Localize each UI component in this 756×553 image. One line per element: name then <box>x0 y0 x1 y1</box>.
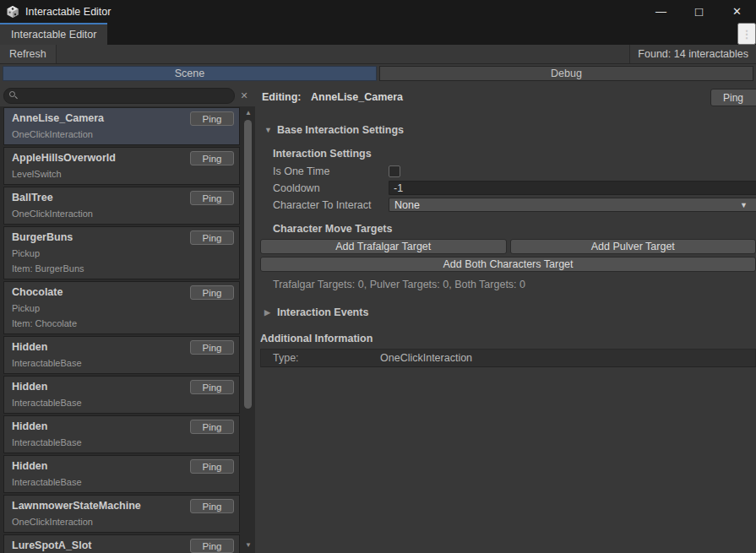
scrollbar-thumb[interactable] <box>244 120 252 409</box>
ping-button[interactable]: Ping <box>190 420 234 434</box>
type-label: Type: <box>261 352 380 364</box>
list-item[interactable]: Ping LawnmowerStateMachine OneClickInter… <box>3 495 240 533</box>
list-item[interactable]: Ping Hidden InteractableBase <box>3 376 240 414</box>
targets-summary: Trafalgar Targets: 0, Pulver Targets: 0,… <box>273 279 756 290</box>
item-subtitle: LevelSwitch <box>12 166 231 182</box>
list-item[interactable]: Ping AnneLise_Camera OneClickInteraction <box>3 107 240 145</box>
clear-search-icon[interactable]: ✕ <box>237 90 252 101</box>
base-interaction-settings-foldout[interactable]: ▼ Base Interaction Settings <box>264 124 756 136</box>
window-title: Interactable Editor <box>25 6 111 18</box>
title-bar: Interactable Editor — □ ✕ <box>0 0 756 23</box>
ping-button[interactable]: Ping <box>190 191 234 205</box>
cooldown-input[interactable] <box>389 181 756 195</box>
tab-interactable-editor[interactable]: Interactable Editor <box>0 23 107 45</box>
close-button[interactable]: ✕ <box>718 0 756 23</box>
type-info-row: Type: OneClickInteraction <box>260 349 756 367</box>
character-to-interact-row: Character To Interact None ▼ <box>273 197 756 213</box>
list-item[interactable]: Ping Hidden InteractableBase <box>3 336 240 374</box>
add-trafalgar-target-button[interactable]: Add Trafalgar Target <box>260 239 507 254</box>
search-field-wrap <box>3 88 235 104</box>
ping-button[interactable]: Ping <box>190 340 234 355</box>
main-content: ✕ Ping AnneLise_Camera OneClickInteracti… <box>0 83 756 553</box>
tab-scene[interactable]: Scene <box>3 66 377 81</box>
editing-target-name: AnneLise_Camera <box>311 91 403 103</box>
tab-scene-label: Scene <box>175 68 204 79</box>
editing-label: Editing: <box>262 91 302 103</box>
ping-button[interactable]: Ping <box>190 111 234 126</box>
add-both-button-row: Add Both Characters Target <box>260 257 756 272</box>
character-to-interact-label: Character To Interact <box>273 199 389 211</box>
list-item[interactable]: Ping BurgerBuns PickupItem: BurgerBuns <box>3 226 240 279</box>
item-subtitle: Pickup <box>12 301 231 316</box>
additional-information-header: Additional Information <box>260 333 756 344</box>
ping-button[interactable]: Ping <box>190 459 234 474</box>
item-subtitle: InteractableBase <box>12 435 231 450</box>
scene-list-panel: ✕ Ping AnneLise_Camera OneClickInteracti… <box>0 83 255 553</box>
interactable-list-area: Ping AnneLise_Camera OneClickInteraction… <box>0 106 255 553</box>
ping-button[interactable]: Ping <box>190 151 234 165</box>
list-item[interactable]: Ping LureSpotA_Slot <box>3 534 240 553</box>
list-item[interactable]: Ping BallTree OneClickInteraction <box>3 187 240 225</box>
editing-header: Editing: AnneLise_Camera Ping <box>255 89 756 107</box>
list-item[interactable]: Ping AppleHillsOverworld LevelSwitch <box>3 147 240 185</box>
ping-button[interactable]: Ping <box>190 230 234 245</box>
foldout-open-icon: ▼ <box>264 126 272 134</box>
item-subtitle: OneClickInteraction <box>12 127 231 142</box>
chevron-down-icon: ▼ <box>740 201 751 209</box>
interactable-editor-window: Interactable Editor — □ ✕ Interactable E… <box>0 0 756 553</box>
list-item[interactable]: Ping Chocolate PickupItem: Chocolate <box>3 281 240 334</box>
ping-button[interactable]: Ping <box>190 499 234 513</box>
interaction-settings-header: Interaction Settings <box>273 148 756 160</box>
view-tabs: Scene Debug <box>0 64 756 83</box>
search-input[interactable] <box>3 88 235 104</box>
list-scrollbar[interactable]: ▲ ▼ <box>242 106 254 553</box>
is-one-time-row: Is One Time <box>273 163 756 179</box>
list-item[interactable]: Ping Hidden InteractableBase <box>3 455 240 493</box>
interaction-events-foldout[interactable]: ▶ Interaction Events <box>264 306 756 318</box>
search-row: ✕ <box>3 88 252 104</box>
item-subtitle: InteractableBase <box>12 474 231 490</box>
type-value: OneClickInteraction <box>380 352 472 364</box>
refresh-button[interactable]: Refresh <box>0 45 57 63</box>
editing-ping-button[interactable]: Ping <box>710 89 756 106</box>
list-item[interactable]: Ping Hidden InteractableBase <box>3 415 240 453</box>
character-to-interact-dropdown[interactable]: None ▼ <box>389 198 756 212</box>
search-icon <box>9 91 15 97</box>
scroll-up-icon[interactable]: ▲ <box>242 109 254 117</box>
tab-label: Interactable Editor <box>11 29 96 41</box>
tab-bar-spacer <box>107 23 737 45</box>
kebab-menu-icon[interactable]: ⋮ <box>737 23 756 45</box>
item-subtitle: OneClickInteraction <box>12 514 231 529</box>
tab-debug[interactable]: Debug <box>379 66 753 81</box>
cooldown-label: Cooldown <box>273 182 389 194</box>
item-subtitle: InteractableBase <box>12 395 231 410</box>
scroll-down-icon[interactable]: ▼ <box>242 541 254 549</box>
ping-button[interactable]: Ping <box>190 380 234 394</box>
item-subtitle: InteractableBase <box>12 355 231 371</box>
maximize-button[interactable]: □ <box>680 0 718 23</box>
item-subtitle: Item: BurgerBuns <box>12 261 231 276</box>
editor-tab-bar: Interactable Editor ⋮ <box>0 23 756 45</box>
dropdown-selected-value: None <box>394 199 420 211</box>
minimize-button[interactable]: — <box>642 0 680 23</box>
tab-debug-label: Debug <box>551 68 582 79</box>
character-move-targets-header: Character Move Targets <box>273 223 756 235</box>
add-target-buttons-row: Add Trafalgar Target Add Pulver Target <box>260 239 756 254</box>
item-subtitle: Pickup <box>12 246 231 261</box>
toolbar: Refresh Found: 14 interactables <box>0 45 756 64</box>
window-controls: — □ ✕ <box>642 0 756 23</box>
ping-button[interactable]: Ping <box>190 539 234 553</box>
found-count-label: Found: 14 interactables <box>629 45 756 63</box>
item-subtitle: Item: Chocolate <box>12 316 231 331</box>
is-one-time-checkbox[interactable] <box>389 165 400 177</box>
interaction-events-label: Interaction Events <box>277 306 368 318</box>
add-both-characters-target-button[interactable]: Add Both Characters Target <box>260 257 756 272</box>
add-pulver-target-button[interactable]: Add Pulver Target <box>510 239 756 254</box>
editing-panel: Editing: AnneLise_Camera Ping ▼ Base Int… <box>255 83 756 553</box>
toolbar-spacer <box>57 45 630 63</box>
interactable-list: Ping AnneLise_Camera OneClickInteraction… <box>3 107 240 553</box>
foldout-closed-icon: ▶ <box>264 308 272 317</box>
base-foldout-label: Base Interaction Settings <box>277 124 404 136</box>
ping-button[interactable]: Ping <box>190 285 234 300</box>
is-one-time-label: Is One Time <box>273 165 389 177</box>
